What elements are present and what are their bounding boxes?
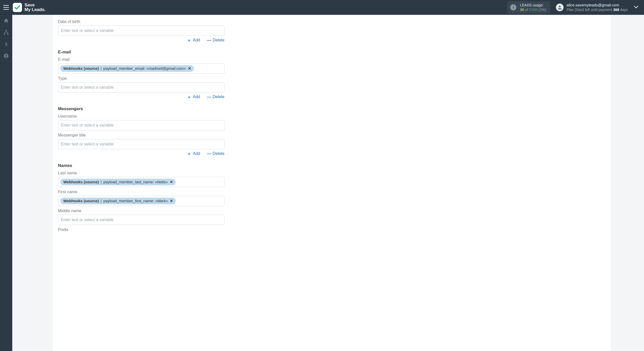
user-icon [557, 5, 563, 10]
label-prefix: Prefix [58, 228, 224, 232]
minus-icon: — [207, 152, 211, 156]
sitemap-icon [3, 30, 9, 35]
nav-billing[interactable]: $ [0, 38, 12, 50]
input-dob-text[interactable] [60, 27, 222, 34]
delete-button[interactable]: — Delete [207, 151, 224, 156]
input-username[interactable] [58, 120, 224, 130]
logo-block[interactable]: Save My Leads. [13, 3, 45, 12]
label-username: Username [58, 114, 224, 119]
actions-email: ＋ Add — Delete [58, 95, 224, 99]
plus-icon: ＋ [187, 38, 191, 42]
account-block[interactable]: alice.savemyleads@gmail.com Plan |Start|… [556, 3, 628, 12]
input-first-name[interactable]: Webhooks (source) | payload_member_first… [58, 196, 224, 206]
nav-home[interactable] [0, 15, 12, 27]
logo-text: Save My Leads. [25, 3, 45, 12]
add-button[interactable]: ＋ Add [187, 151, 200, 156]
input-type-text[interactable] [60, 84, 222, 91]
chip-remove-button[interactable]: ✕ [170, 199, 173, 203]
svg-point-6 [5, 54, 7, 56]
home-icon [3, 18, 9, 24]
check-icon [14, 4, 20, 10]
actions-messengers: ＋ Add — Delete [58, 151, 224, 156]
svg-text:$: $ [5, 42, 7, 46]
input-dob[interactable] [58, 26, 224, 36]
chip-remove-button[interactable]: ✕ [170, 180, 173, 184]
input-type[interactable] [58, 82, 224, 93]
label-type: Type [58, 76, 224, 81]
label-dob: Date of birth [58, 19, 224, 24]
svg-point-0 [559, 6, 560, 7]
actions-dob: ＋ Add — Delete [58, 38, 224, 42]
info-icon: i [510, 4, 516, 10]
section-names: Names [58, 163, 224, 168]
section-email: E-mail [58, 50, 224, 55]
leads-usage-card[interactable]: i LEADS usage: 30 of 2'000 (2%) [507, 1, 550, 14]
sidebar: $ [0, 15, 12, 351]
label-middle-name: Middle name [58, 209, 224, 213]
add-button[interactable]: ＋ Add [187, 38, 200, 42]
account-text: alice.savemyleads@gmail.com Plan |Start|… [567, 3, 628, 12]
label-first-name: First name [58, 190, 224, 194]
input-messenger-title-text[interactable] [60, 141, 222, 148]
hamburger-icon [3, 5, 9, 10]
nav-connections[interactable] [0, 27, 12, 38]
svg-rect-3 [7, 33, 8, 35]
label-last-name: Last name [58, 171, 224, 175]
delete-button[interactable]: — Delete [207, 95, 224, 99]
input-middle-name-text[interactable] [60, 217, 222, 223]
delete-button[interactable]: — Delete [207, 38, 224, 42]
menu-toggle-button[interactable] [0, 0, 12, 15]
chip-email[interactable]: Webhooks (source) | payload_member_email… [60, 65, 194, 72]
plus-icon: ＋ [187, 152, 191, 156]
chip-last-name[interactable]: Webhooks (source) | payload_member_last_… [60, 179, 176, 185]
user-circle-icon [3, 53, 9, 59]
svg-rect-1 [5, 30, 7, 31]
input-messenger-title[interactable] [58, 139, 224, 149]
dollar-icon: $ [3, 41, 9, 47]
form-panel: Date of birth ＋ Add — Delete E-mail E-ma… [53, 15, 611, 351]
input-email[interactable]: Webhooks (source) | payload_member_email… [58, 63, 224, 74]
topbar: Save My Leads. i LEADS usage: 30 of 2'00… [0, 0, 644, 15]
label-messenger-title: Messenger title [58, 133, 224, 138]
minus-icon: — [207, 95, 211, 99]
input-middle-name[interactable] [58, 215, 224, 225]
input-username-text[interactable] [60, 122, 222, 129]
minus-icon: — [207, 38, 211, 42]
chip-first-name[interactable]: Webhooks (source) | payload_member_first… [60, 198, 176, 204]
usage-text: LEADS usage: 30 of 2'000 (2%) [520, 3, 546, 12]
label-email: E-mail [58, 57, 224, 62]
avatar [556, 4, 564, 11]
svg-rect-2 [4, 33, 5, 35]
page: Date of birth ＋ Add — Delete E-mail E-ma… [12, 15, 644, 351]
add-button[interactable]: ＋ Add [187, 95, 200, 99]
logo-icon [13, 3, 22, 12]
nav-account[interactable] [0, 50, 12, 62]
section-messengers: Messengers [58, 106, 224, 111]
account-expand-button[interactable] [632, 4, 640, 11]
chevron-down-icon [634, 6, 638, 9]
input-last-name[interactable]: Webhooks (source) | payload_member_last_… [58, 177, 224, 187]
chip-remove-button[interactable]: ✕ [188, 66, 191, 71]
plus-icon: ＋ [187, 95, 191, 99]
